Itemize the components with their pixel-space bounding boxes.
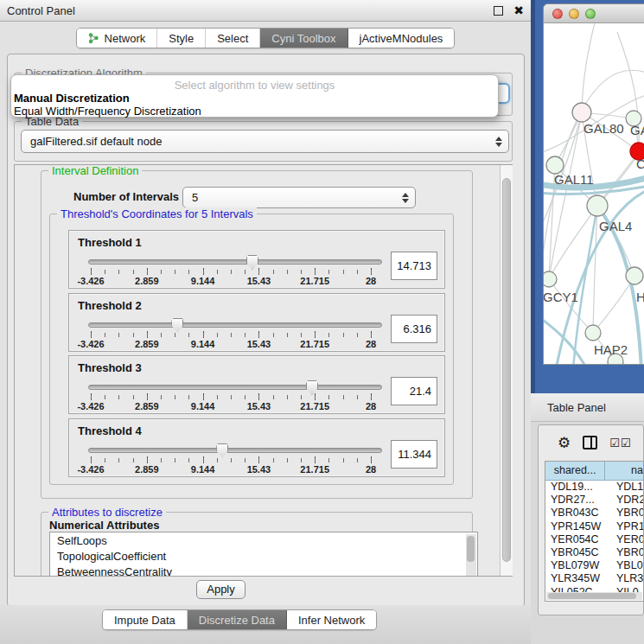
threshold-3-panel: Threshold 3 -3.426 2.859 9.144 15.43 21.… — [68, 355, 445, 414]
scale-tick-label: 28 — [366, 339, 376, 349]
screen: Control Panel ✖ Network — [0, 0, 644, 644]
tab-cyni-toolbox[interactable]: Cyni Toolbox — [260, 29, 348, 48]
table-row[interactable]: YER054CYER0 — [545, 533, 643, 546]
table-row[interactable]: YDL19...YDL1 — [545, 481, 643, 494]
scale-tick-label: 2.859 — [135, 339, 159, 349]
node-gal11[interactable] — [546, 156, 564, 174]
scale-tick-label: -3.426 — [77, 339, 104, 349]
scale-tick-label: 21.715 — [300, 401, 329, 411]
node-labels: GAL80 GA C GAL11 GAL4 GCY1 H HAP2 — [544, 121, 644, 357]
threshold-3-minor-ticks — [91, 395, 372, 399]
threshold-4-value-field[interactable]: 11.344 — [391, 440, 437, 469]
tab-style-label: Style — [169, 32, 194, 45]
table-row[interactable]: YBR045CYBR0 — [545, 546, 643, 559]
interval-definition-title: Interval Definition — [48, 164, 142, 177]
table-data-combobox[interactable]: galFiltered.sif default node — [21, 130, 509, 153]
control-panel: Control Panel ✖ Network — [0, 0, 531, 644]
num-intervals-spinner[interactable]: 5 — [182, 187, 416, 208]
scale-tick-label: 28 — [366, 401, 376, 411]
scrollbar-thumb[interactable] — [548, 593, 636, 599]
threshold-2-slider-track[interactable] — [88, 322, 382, 328]
cell: YDR2 — [613, 494, 643, 507]
threshold-2-value-field[interactable]: 6.316 — [391, 315, 437, 343]
scale-tick-label: 15.43 — [247, 401, 271, 411]
node-gcy1[interactable] — [544, 271, 557, 287]
cell: YLR345W — [545, 572, 613, 585]
gear-icon[interactable]: ⚙ — [558, 434, 571, 452]
table-row[interactable]: YLR345WYLR3 — [545, 572, 643, 585]
table-row[interactable]: YDR27...YDR2 — [545, 494, 643, 507]
table-horizontal-scrollbar[interactable] — [546, 592, 642, 600]
table-row[interactable]: YBR043CYBR0 — [545, 507, 643, 520]
numerical-attributes-list[interactable]: SelfLoops TopologicalCoefficient Between… — [49, 532, 478, 577]
threshold-3-slider-track[interactable] — [88, 385, 382, 390]
cell: YER054C — [545, 533, 613, 546]
checkboxes-icon[interactable]: ☑☑ — [609, 437, 631, 450]
network-icon — [88, 32, 99, 44]
thresholds-group-title: Threshold's Coordinates for 5 Intervals — [57, 207, 257, 220]
close-traffic-light-icon[interactable] — [552, 9, 563, 19]
threshold-4-slider-track[interactable] — [88, 448, 382, 453]
close-icon[interactable]: ✖ — [513, 6, 524, 16]
dropdown-option-manual[interactable]: Manual Discretization — [14, 92, 130, 105]
scale-tick-label: -3.426 — [77, 464, 104, 475]
tab-infer-network[interactable]: Infer Network — [287, 610, 376, 629]
column-header-name[interactable]: na — [605, 462, 643, 480]
node-gal4[interactable] — [587, 195, 608, 216]
node-table[interactable]: shared... na YDL19...YDL1 YDR27...YDR2 Y… — [545, 461, 644, 602]
node-label-gcy1: GCY1 — [544, 290, 578, 304]
scale-tick-label: 28 — [366, 464, 376, 475]
node-label-ga: GA — [630, 123, 644, 137]
threshold-4-label: Threshold 4 — [78, 424, 142, 437]
scrollpane-vertical-scrollbar[interactable] — [500, 165, 513, 576]
float-window-icon[interactable] — [494, 6, 503, 16]
nodes[interactable] — [544, 103, 644, 364]
dropdown-option-equal-width[interactable]: Equal Width/Frequency Discretization — [14, 105, 201, 118]
apply-button[interactable]: Apply — [196, 580, 245, 599]
table-row[interactable]: YPR145WYPR1 — [545, 520, 643, 533]
threshold-4-scale: -3.426 2.859 9.144 15.43 21.715 28 — [69, 464, 446, 475]
scrollbar-thumb[interactable] — [502, 178, 511, 562]
table-header-row: shared... na — [545, 462, 643, 481]
tab-network[interactable]: Network — [77, 29, 158, 48]
list-scrollbar[interactable] — [466, 534, 476, 577]
threshold-3-scale: -3.426 2.859 9.144 15.43 21.715 28 — [69, 401, 446, 411]
split-table-icon[interactable] — [583, 436, 597, 450]
attributes-group-title: Attributes to discretize — [48, 506, 166, 519]
table-row[interactable]: YBL079WYBL0 — [545, 559, 643, 572]
node-h[interactable] — [626, 267, 643, 284]
tab-style[interactable]: Style — [157, 29, 206, 48]
list-item[interactable]: BetweennessCentrality — [50, 564, 477, 577]
tab-impute-data[interactable]: Impute Data — [103, 610, 188, 629]
threshold-3-value-field[interactable]: 21.4 — [391, 377, 437, 405]
threshold-1-value-field[interactable]: 14.713 — [391, 252, 437, 280]
cell: YER0 — [613, 533, 643, 546]
threshold-1-slider-track[interactable] — [88, 259, 382, 265]
spinner-updown-arrows-icon — [401, 193, 409, 203]
network-window-titlebar — [544, 4, 644, 23]
node-hap2[interactable] — [585, 325, 601, 341]
column-header-shared-name[interactable]: shared... — [545, 462, 605, 480]
tab-jactivemnodules[interactable]: jActiveMNodules — [348, 29, 455, 48]
list-item[interactable]: TopologicalCoefficient — [50, 548, 477, 564]
node-label-c: C — [636, 156, 644, 171]
node-label-gal4: GAL4 — [599, 219, 632, 233]
threshold-4-minor-ticks — [91, 458, 372, 462]
tab-select[interactable]: Select — [206, 29, 260, 48]
scale-tick-label: 9.144 — [191, 339, 215, 349]
table-panel-titlebar: Table Panel — [531, 393, 644, 422]
cell: YBL0 — [613, 559, 643, 572]
list-item[interactable]: SelfLoops — [50, 532, 477, 548]
num-intervals-label: Number of Intervals — [73, 190, 179, 203]
table-panel-title: Table Panel — [547, 401, 606, 414]
node-gal80[interactable] — [572, 103, 591, 122]
node-label-gal11: GAL11 — [554, 172, 594, 187]
tab-impute-data-label: Impute Data — [114, 614, 175, 627]
tab-discretize-data[interactable]: Discretize Data — [188, 610, 287, 629]
zoom-traffic-light-icon[interactable] — [585, 9, 596, 19]
network-canvas[interactable]: GAL80 GA C GAL11 GAL4 GCY1 H HAP2 — [544, 23, 644, 364]
threshold-1-minor-ticks — [91, 270, 372, 274]
tab-network-label: Network — [105, 32, 146, 45]
control-panel-titlebar: Control Panel ✖ — [0, 0, 531, 22]
minimize-traffic-light-icon[interactable] — [569, 9, 579, 19]
